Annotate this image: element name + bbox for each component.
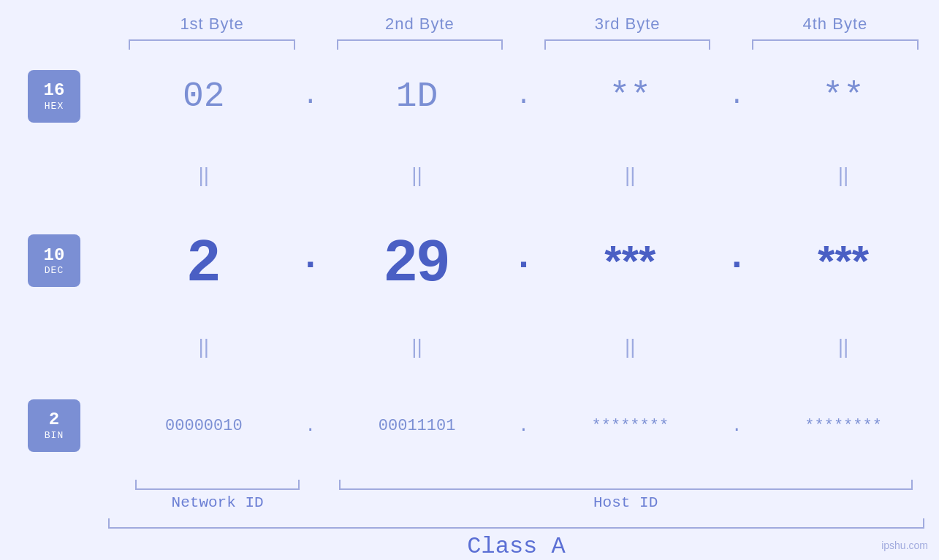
- bin-badge-label: BIN: [45, 430, 64, 441]
- bottom-brackets: [108, 480, 939, 490]
- equals-values-1: || || || ||: [108, 164, 939, 187]
- hex-dot-3: .: [726, 81, 748, 111]
- eq1-b2: ||: [322, 164, 513, 187]
- dec-b1: 2: [108, 227, 300, 294]
- equals-row-2: || || || ||: [0, 335, 939, 358]
- dec-values: 2 . 29 . *** . ***: [108, 227, 939, 294]
- bracket-cell-4: [731, 39, 939, 50]
- host-id-bracket: [339, 480, 913, 490]
- eq2-b1: ||: [108, 335, 300, 358]
- bracket-cell-3: [524, 39, 731, 50]
- dec-b3: ***: [535, 236, 726, 286]
- network-bracket-wrapper: [108, 480, 327, 490]
- equals-row-1: || || || ||: [0, 164, 939, 187]
- bracket-cell-2: [316, 39, 523, 50]
- hex-dot-1: .: [300, 81, 322, 111]
- eq2-b2: ||: [322, 335, 513, 358]
- hex-b2: 1D: [322, 77, 513, 116]
- eq1-b3: ||: [535, 164, 726, 187]
- top-bracket-4: [752, 39, 918, 50]
- eq1-b4: ||: [748, 164, 939, 187]
- top-brackets: [0, 39, 939, 50]
- top-bracket-3: [544, 39, 710, 50]
- hex-b3: **: [535, 77, 726, 116]
- dec-dot-1: .: [300, 239, 322, 282]
- host-id-label: Host ID: [327, 494, 939, 511]
- bin-values: 00000010 . 00011101 . ******** .: [108, 416, 939, 436]
- main-container: 1st Byte 2nd Byte 3rd Byte 4th Byte 16 H…: [0, 0, 939, 560]
- dec-badge: 10 DEC: [28, 234, 80, 287]
- dec-dot-2: .: [513, 239, 535, 282]
- class-bracket: [108, 518, 924, 529]
- bin-dot-2: .: [513, 416, 535, 436]
- byte1-header: 1st Byte: [108, 15, 316, 34]
- bin-b3: ********: [535, 417, 726, 435]
- bin-b2: 00011101: [322, 417, 513, 435]
- dec-dot-3: .: [726, 239, 748, 282]
- class-label: Class A: [108, 533, 924, 560]
- eq2-b3: ||: [535, 335, 726, 358]
- watermark: ipshu.com: [881, 540, 928, 551]
- hex-b1: 02: [108, 77, 300, 116]
- hex-dot-2: .: [513, 81, 535, 111]
- top-bracket-1: [129, 39, 294, 50]
- bin-row: 2 BIN 00000010 . 00011101 . ********: [0, 399, 939, 452]
- bin-badge-number: 2: [49, 410, 59, 429]
- dec-b4: ***: [748, 236, 939, 286]
- dec-badge-number: 10: [44, 246, 65, 265]
- bracket-cell-1: [108, 39, 316, 50]
- byte3-header: 3rd Byte: [524, 15, 731, 34]
- network-id-label: Network ID: [108, 494, 327, 511]
- hex-badge: 16 HEX: [28, 70, 80, 123]
- id-labels: Network ID Host ID: [108, 494, 939, 511]
- host-bracket-wrapper: [327, 480, 939, 490]
- hex-b4: **: [748, 77, 939, 116]
- eq1-b1: ||: [108, 164, 300, 187]
- top-bracket-2: [337, 39, 503, 50]
- byte4-header: 4th Byte: [731, 15, 939, 34]
- hex-values: 02 . 1D . ** . **: [108, 77, 939, 116]
- hex-badge-number: 16: [44, 81, 65, 100]
- bin-b1: 00000010: [108, 417, 300, 435]
- byte-headers: 1st Byte 2nd Byte 3rd Byte 4th Byte: [0, 15, 939, 34]
- dec-badge-label: DEC: [45, 265, 64, 276]
- bin-badge: 2 BIN: [28, 399, 80, 452]
- bin-dot-1: .: [300, 416, 322, 436]
- bin-dot-3: .: [726, 416, 748, 436]
- dec-b2: 29: [322, 227, 513, 294]
- byte2-header: 2nd Byte: [316, 15, 523, 34]
- equals-values-2: || || || ||: [108, 335, 939, 358]
- hex-row: 16 HEX 02 . 1D . **: [0, 70, 939, 123]
- dec-row: 10 DEC 2 . 29 . ***: [0, 227, 939, 294]
- bottom-section: Network ID Host ID Class A: [0, 480, 939, 560]
- eq2-b4: ||: [748, 335, 939, 358]
- bin-b4: ********: [748, 417, 939, 435]
- hex-badge-label: HEX: [45, 101, 64, 112]
- network-id-bracket: [135, 480, 299, 490]
